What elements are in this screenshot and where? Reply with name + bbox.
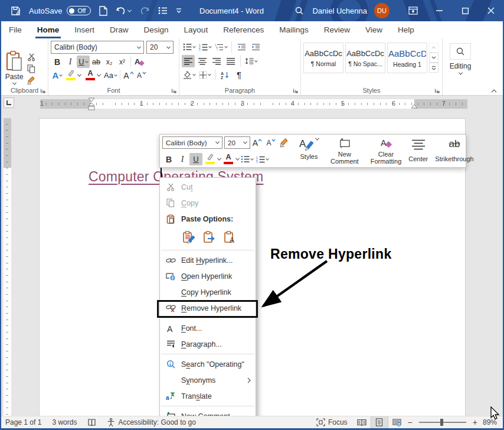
justify-button[interactable]	[224, 55, 237, 67]
menu-item-translate[interactable]: aTranslate	[160, 388, 256, 404]
font-name-select[interactable]: Calibri (Body)	[51, 41, 144, 54]
mini-clear-formatting-button[interactable]: A Clear Formatting	[367, 136, 405, 165]
paste-option-merge-formatting[interactable]	[202, 230, 217, 245]
styles-dialog-launcher[interactable]	[434, 88, 440, 93]
shrink-font-button[interactable]: A	[135, 69, 148, 82]
menu-item-open-hyperlink[interactable]: Open Hyperlink	[160, 268, 256, 284]
tab-references[interactable]: References	[215, 21, 271, 38]
clipboard-dialog-launcher[interactable]	[40, 88, 45, 93]
style-normal[interactable]: AaBbCcDc ¶ Normal	[303, 43, 343, 73]
vertical-ruler[interactable]	[4, 118, 11, 416]
tab-view[interactable]: View	[358, 21, 390, 38]
tab-home[interactable]: Home	[30, 21, 67, 38]
page-count[interactable]: Page 1 of 1	[0, 416, 47, 429]
tab-mailings[interactable]: Mailings	[271, 21, 316, 38]
mini-bullets-button[interactable]	[240, 153, 254, 165]
styles-scroll-down[interactable]	[429, 53, 438, 63]
ribbon-display-options-icon[interactable]	[400, 0, 426, 21]
user-name[interactable]: Daniel Uchenna	[312, 6, 367, 15]
zoom-slider[interactable]	[419, 422, 466, 423]
editing-chevron[interactable]	[458, 71, 462, 75]
strikethrough-button[interactable]: ab	[90, 56, 103, 68]
borders-button[interactable]	[198, 69, 212, 81]
align-left-button[interactable]	[182, 55, 195, 67]
menu-item-font[interactable]: AFont...	[160, 320, 256, 336]
clear-formatting-button[interactable]: A	[133, 56, 146, 68]
mini-shrink-font-button[interactable]: A	[264, 136, 277, 149]
underline-button[interactable]: U	[77, 56, 90, 68]
save-icon[interactable]	[11, 6, 21, 16]
close-button[interactable]	[478, 0, 504, 21]
collapse-ribbon-icon[interactable]	[491, 89, 497, 93]
tab-selector[interactable]	[4, 97, 14, 108]
superscript-button[interactable]: x²	[116, 56, 129, 68]
line-spacing-button[interactable]	[244, 55, 258, 67]
multilevel-list-button[interactable]: 1ai	[214, 41, 228, 53]
styles-more-button[interactable]	[429, 63, 438, 73]
change-case-button[interactable]: Aa	[103, 69, 118, 82]
zoom-level[interactable]: 89%	[479, 418, 504, 426]
subscript-button[interactable]: x₂	[103, 56, 116, 68]
bullets-button[interactable]	[182, 41, 197, 53]
tab-insert[interactable]: Insert	[67, 21, 102, 38]
font-color-button[interactable]: A	[83, 69, 97, 82]
mini-font-size-select[interactable]: 20	[224, 136, 250, 149]
proofing-icon[interactable]	[82, 416, 102, 429]
undo-dropdown-chevron[interactable]	[127, 8, 132, 12]
tab-help[interactable]: Help	[390, 21, 422, 38]
autosave-pill[interactable]: Off	[67, 6, 91, 15]
show-hide-pilcrow-button[interactable]: ¶	[233, 69, 246, 81]
sort-button[interactable]: AZ	[218, 69, 231, 81]
accessibility-status[interactable]: Accessibility: Good to go	[102, 416, 201, 429]
maximize-button[interactable]	[452, 0, 478, 21]
paste-option-keep-source-formatting[interactable]	[181, 230, 197, 245]
search-icon[interactable]	[286, 0, 312, 21]
menu-item-edit-hyperlink[interactable]: Edit Hyperlink...	[160, 252, 256, 268]
paste-dropdown-chevron[interactable]	[12, 81, 16, 85]
menu-item-synonyms[interactable]: Synonyms	[160, 372, 256, 388]
tab-design[interactable]: Design	[136, 21, 176, 38]
autosave-toggle[interactable]: AutoSave Off	[29, 6, 91, 15]
mini-format-painter-icon[interactable]	[278, 136, 291, 149]
text-effects-button[interactable]: A	[51, 69, 64, 82]
tab-review[interactable]: Review	[316, 21, 358, 38]
menu-item-paste-options[interactable]: Paste Options:	[160, 211, 256, 227]
tab-file[interactable]: File	[1, 21, 30, 38]
tab-layout[interactable]: Layout	[176, 21, 216, 38]
focus-button[interactable]: Focus	[311, 416, 353, 429]
align-right-button[interactable]	[210, 55, 223, 67]
mini-italic-button[interactable]: I	[176, 153, 189, 165]
shading-button[interactable]	[182, 69, 197, 81]
zoom-out-button[interactable]: −	[406, 418, 414, 427]
style-heading-1[interactable]: AaBbCcD Heading 1	[387, 43, 427, 73]
mini-grow-font-button[interactable]: A	[251, 136, 264, 149]
styles-scroll-up[interactable]	[429, 43, 438, 53]
undo-button[interactable]	[116, 6, 131, 15]
menu-item-search-operating[interactable]: iSearch "Operating"	[160, 356, 256, 372]
editing-search-icon[interactable]	[450, 43, 471, 60]
zoom-slider-thumb[interactable]	[440, 419, 443, 426]
minimize-button[interactable]	[426, 0, 452, 21]
right-indent-marker[interactable]	[411, 104, 418, 109]
zoom-in-button[interactable]: +	[471, 418, 479, 427]
word-count[interactable]: 3 words	[47, 416, 82, 429]
highlight-color-button[interactable]	[64, 69, 78, 82]
bold-button[interactable]: B	[51, 56, 64, 68]
mini-numbering-button[interactable]: 123	[255, 153, 270, 165]
numbering-button[interactable]: 123	[198, 41, 212, 53]
mini-font-name-select[interactable]: Calibri (Body)	[162, 136, 222, 149]
style-no-spacing[interactable]: AaBbCcDc ¶ No Spac...	[345, 43, 385, 73]
menu-item-paragraph[interactable]: Paragraph...	[160, 336, 256, 352]
indent-markers[interactable]	[88, 97, 95, 110]
avatar[interactable]: DU	[374, 3, 390, 18]
increase-indent-button[interactable]	[249, 41, 262, 53]
print-layout-button[interactable]	[371, 416, 388, 429]
paste-button[interactable]: Paste	[4, 51, 25, 85]
customize-quick-access-icon[interactable]	[176, 8, 182, 14]
paste-option-keep-text-only[interactable]: A	[222, 230, 238, 245]
cut-icon[interactable]	[27, 53, 36, 61]
mini-font-color-button[interactable]: A	[221, 153, 235, 165]
mini-bold-button[interactable]: B	[162, 153, 175, 165]
italic-button[interactable]: I	[64, 56, 77, 68]
grow-font-button[interactable]: A	[122, 69, 135, 82]
